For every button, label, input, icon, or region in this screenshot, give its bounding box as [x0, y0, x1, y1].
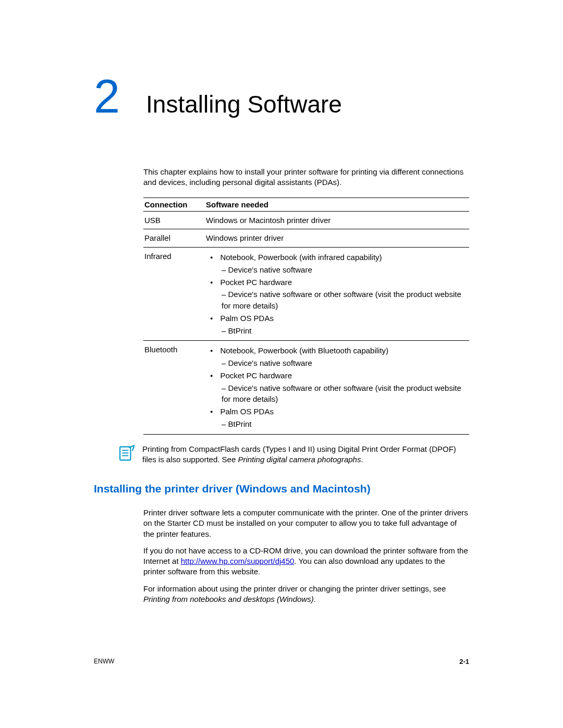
- note-text-part: .: [361, 455, 363, 464]
- intro-paragraph: This chapter explains how to install you…: [143, 167, 469, 188]
- table-row: USB Windows or Macintosh printer driver: [143, 211, 469, 229]
- paragraph-text: For information about using the printer …: [143, 584, 446, 593]
- cell-connection: Parallel: [143, 229, 205, 248]
- body-paragraph: For information about using the printer …: [143, 584, 469, 605]
- cell-software: Windows or Macintosh printer driver: [205, 211, 469, 229]
- chapter-title: Installing Software: [146, 90, 342, 118]
- list-item-text: Palm OS PDAs: [220, 314, 274, 323]
- table-row: Infrared Notebook, Powerbook (with infra…: [143, 248, 469, 341]
- note-icon: [117, 445, 135, 463]
- note-text: Printing from CompactFlash cards (Types …: [142, 444, 469, 465]
- table-header-software: Software needed: [205, 198, 469, 211]
- list-item-sub: – BtPrint: [222, 418, 466, 430]
- list-item-text: Palm OS PDAs: [220, 407, 274, 416]
- section-heading: Installing the printer driver (Windows a…: [94, 483, 469, 495]
- cell-connection: Bluetooth: [143, 341, 205, 434]
- table-row: Bluetooth Notebook, Powerbook (with Blue…: [143, 341, 469, 434]
- list-item-text: Notebook, Powerbook (with infrared capab…: [220, 253, 382, 262]
- list-item-sub: – BtPrint: [222, 325, 466, 337]
- paragraph-text: .: [314, 595, 316, 603]
- page-footer: ENWW 2-1: [94, 658, 469, 665]
- list-item-sub: – Device's native software or other soft…: [222, 289, 466, 312]
- body-paragraph: Printer driver software lets a computer …: [143, 508, 469, 539]
- cell-connection: Infrared: [143, 248, 205, 341]
- list-item-text: Pocket PC hardware: [220, 278, 292, 287]
- note-text-italic: Printing digital camera photographs: [238, 455, 361, 464]
- connection-table: Connection Software needed USB Windows o…: [143, 198, 469, 435]
- cell-software: Windows printer driver: [205, 229, 469, 248]
- footer-page-number: 2-1: [459, 658, 469, 665]
- chapter-number: 2: [94, 73, 120, 120]
- list-item-text: Notebook, Powerbook (with Bluetooth capa…: [220, 346, 388, 355]
- paragraph-italic: Printing from notebooks and desktops (Wi…: [143, 595, 314, 603]
- list-item-text: Pocket PC hardware: [220, 371, 292, 380]
- support-link[interactable]: http://www.hp.com/support/dj450: [181, 557, 295, 565]
- chapter-header: 2 Installing Software: [94, 73, 469, 120]
- footer-left: ENWW: [94, 658, 114, 665]
- table-header-connection: Connection: [143, 198, 205, 211]
- list-item-sub: – Device's native software: [222, 264, 466, 276]
- table-row: Parallel Windows printer driver: [143, 229, 469, 248]
- body-paragraph: If you do not have access to a CD-ROM dr…: [143, 546, 469, 577]
- list-item-sub: – Device's native software or other soft…: [222, 382, 466, 405]
- cell-software: Notebook, Powerbook (with Bluetooth capa…: [205, 341, 469, 434]
- cell-connection: USB: [143, 211, 205, 229]
- list-item-sub: – Device's native software: [222, 357, 466, 369]
- note-block: Printing from CompactFlash cards (Types …: [117, 444, 469, 465]
- cell-software: Notebook, Powerbook (with infrared capab…: [205, 248, 469, 341]
